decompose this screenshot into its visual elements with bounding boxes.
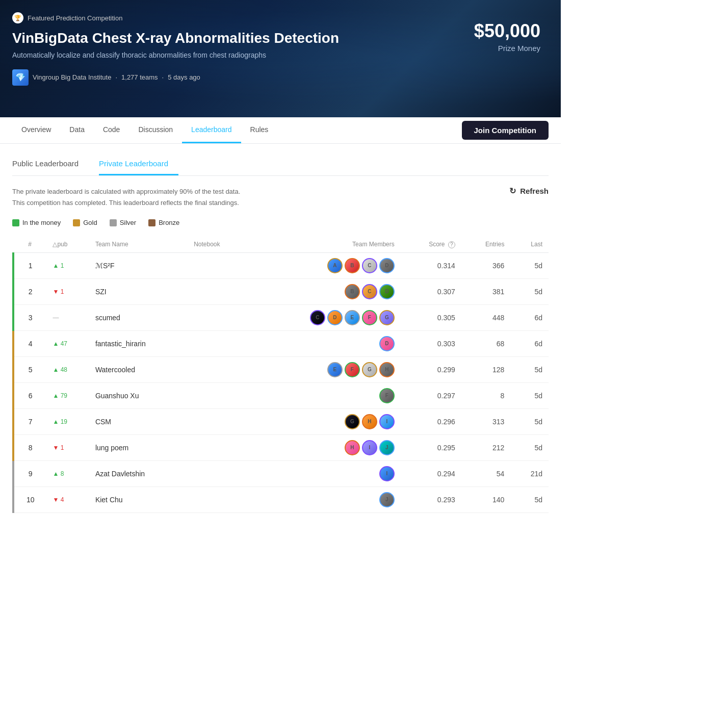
organizer-name: Vingroup Big Data Institute [33, 73, 111, 81]
organizer-logo: 💎 [12, 69, 29, 86]
silver-label: Silver [120, 219, 137, 226]
delta-neutral-icon: — [53, 314, 83, 321]
avatar[interactable]: E [327, 362, 343, 377]
avatar[interactable]: H [362, 414, 377, 429]
legend-silver: Silver [110, 219, 137, 226]
delta-cell: ▼ 1 [46, 278, 89, 304]
avatar[interactable]: E [345, 310, 360, 325]
table-row[interactable]: 6▲ 79Guanshuo XuF0.29785d [13, 382, 549, 408]
avatar[interactable]: D [379, 284, 395, 299]
avatar[interactable]: G [362, 362, 377, 377]
delta-down-icon: ▼ 1 [53, 288, 83, 295]
delta-cell: — [46, 304, 89, 330]
avatar[interactable]: G [379, 310, 395, 325]
avatar[interactable]: D [379, 336, 395, 351]
members-cell: HIJ [248, 434, 401, 460]
avatar[interactable]: F [345, 362, 360, 377]
team-name-cell: Watercooled [89, 356, 188, 382]
last-cell: 5d [510, 356, 549, 382]
avatar[interactable]: F [379, 388, 395, 403]
avatar[interactable]: C [362, 284, 377, 299]
refresh-button[interactable]: ↻ Refresh [509, 186, 549, 196]
table-row[interactable]: 4▲ 47fantastic_hirarinD0.303686d [13, 330, 549, 356]
score-help-icon[interactable]: ? [448, 241, 455, 248]
table-row[interactable]: 2▼ 1SZIBCD0.3073815d [13, 278, 549, 304]
avatar[interactable]: H [345, 440, 360, 455]
tab-leaderboard[interactable]: Leaderboard [182, 117, 241, 143]
avatar[interactable]: C [362, 258, 377, 273]
notebook-cell [188, 304, 248, 330]
avatar[interactable]: G [345, 414, 360, 429]
table-row[interactable]: 9▲ 8Azat DavletshinI0.2945421d [13, 460, 549, 486]
delta-up-icon: ▲ 47 [53, 340, 83, 347]
delta-up-icon: ▲ 1 [53, 262, 83, 269]
hero-meta: 💎 Vingroup Big Data Institute · 1,277 te… [12, 69, 549, 86]
delta-up-icon: ▲ 79 [53, 392, 83, 399]
prize-label: Prize Money [474, 44, 540, 53]
avatar[interactable]: H [379, 362, 395, 377]
col-members: Team Members [248, 237, 401, 252]
avatar[interactable]: D [327, 310, 343, 325]
tab-discussion[interactable]: Discussion [129, 117, 182, 143]
avatar[interactable]: J [379, 440, 395, 455]
col-last: Last [510, 237, 549, 252]
avatar[interactable]: C [310, 310, 325, 325]
tab-data[interactable]: Data [60, 117, 94, 143]
last-cell: 5d [510, 252, 549, 278]
tab-private-leaderboard[interactable]: Private Leaderboard [99, 154, 178, 175]
prize-box: $50,000 Prize Money [474, 20, 540, 53]
bronze-dot [148, 219, 155, 226]
avatar[interactable]: B [345, 284, 360, 299]
table-body: 1▲ 1ℳS²FABCD0.3143665d2▼ 1SZIBCD0.307381… [13, 252, 549, 512]
tab-public-leaderboard[interactable]: Public Leaderboard [12, 154, 89, 175]
featured-badge: 🏆 Featured Prediction Competition [12, 12, 122, 23]
notebook-cell [188, 408, 248, 434]
entries-cell: 313 [461, 408, 511, 434]
leaderboard-description: The private leaderboard is calculated wi… [12, 186, 240, 209]
notebook-cell [188, 460, 248, 486]
notebook-cell [188, 330, 248, 356]
table-row[interactable]: 7▲ 19CSMGHI0.2963135d [13, 408, 549, 434]
refresh-icon: ↻ [509, 186, 516, 196]
table-row[interactable]: 1▲ 1ℳS²FABCD0.3143665d [13, 252, 549, 278]
table-row[interactable]: 3—scumedCDEFG0.3054486d [13, 304, 549, 330]
team-name-cell: Azat Davletshin [89, 460, 188, 486]
team-name-cell: Guanshuo Xu [89, 382, 188, 408]
table-row[interactable]: 5▲ 48WatercooledEFGH0.2991285d [13, 356, 549, 382]
join-competition-button[interactable]: Join Competition [462, 121, 549, 140]
avatar[interactable]: B [345, 258, 360, 273]
score-cell: 0.297 [401, 382, 461, 408]
avatar[interactable]: A [327, 258, 343, 273]
last-cell: 21d [510, 460, 549, 486]
avatar[interactable]: D [379, 258, 395, 273]
col-score: Score ? [401, 237, 461, 252]
tab-rules[interactable]: Rules [241, 117, 278, 143]
silver-dot [110, 219, 117, 226]
avatar[interactable]: F [362, 310, 377, 325]
avatar[interactable]: I [379, 466, 395, 481]
avatar[interactable]: I [379, 414, 395, 429]
table-row[interactable]: 8▼ 1lung poemHIJ0.2952125d [13, 434, 549, 460]
time-ago: 5 days ago [168, 73, 200, 81]
team-members-avatars: I [254, 466, 395, 481]
entries-cell: 381 [461, 278, 511, 304]
notebook-cell [188, 382, 248, 408]
delta-cell: ▼ 4 [46, 486, 89, 512]
delta-cell: ▲ 48 [46, 356, 89, 382]
bronze-label: Bronze [159, 219, 179, 226]
col-notebook: Notebook [188, 237, 248, 252]
tab-overview[interactable]: Overview [12, 117, 60, 143]
members-cell: J [248, 486, 401, 512]
entries-cell: 128 [461, 356, 511, 382]
rank-cell: 7 [13, 408, 46, 434]
table-row[interactable]: 10▼ 4Kiet ChuJ0.2931405d [13, 486, 549, 512]
avatar[interactable]: J [379, 492, 395, 507]
members-cell: BCD [248, 278, 401, 304]
avatar[interactable]: I [362, 440, 377, 455]
badge-icon: 🏆 [12, 12, 23, 23]
tab-code[interactable]: Code [94, 117, 129, 143]
score-cell: 0.294 [401, 460, 461, 486]
nav-tabs: Overview Data Code Discussion Leaderboar… [12, 117, 277, 143]
entries-cell: 8 [461, 382, 511, 408]
team-name-cell: Kiet Chu [89, 486, 188, 512]
